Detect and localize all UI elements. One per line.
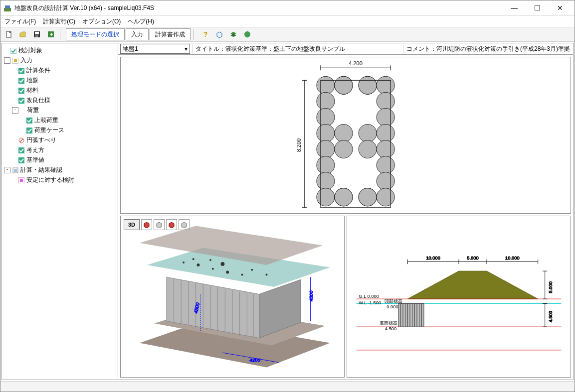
view-cube-3[interactable] — [166, 219, 177, 230]
report-tab-button[interactable]: 計算書作成 — [150, 28, 191, 40]
svg-text:5.000: 5.000 — [548, 281, 553, 293]
svg-point-45 — [377, 124, 394, 142]
export-button[interactable] — [44, 28, 57, 40]
menu-help[interactable]: ヘルプ(H) — [128, 17, 154, 26]
app-icon — [3, 4, 11, 12]
svg-point-49 — [377, 140, 394, 158]
svg-point-79 — [212, 268, 214, 270]
tree-item-load-case[interactable]: 荷重ケース — [20, 125, 117, 135]
tree-item-material[interactable]: 材料 — [12, 85, 117, 95]
main-area: 検討対象 -入力 計算条件 地盤 材料 改良仕様 -荷重 上載荷重 荷重ケース — [1, 43, 574, 380]
section-view-panel[interactable]: 10.000 5.000 10.000 G.L 0.000 — [347, 216, 571, 378]
svg-point-44 — [317, 124, 335, 142]
svg-rect-21 — [18, 157, 24, 163]
tree-root-target[interactable]: 検討対象 — [4, 45, 117, 55]
svg-point-82 — [209, 259, 211, 261]
svg-rect-5 — [35, 35, 38, 37]
svg-rect-15 — [18, 98, 24, 104]
svg-rect-27 — [20, 179, 23, 182]
title-bar: 地盤改良の設計計算 Ver.10 (x64) - sampleLiq03.F4S… — [0, 0, 575, 16]
svg-point-36 — [317, 76, 335, 94]
plan-view-panel[interactable]: 4.200 8.200 — [120, 57, 571, 214]
svg-text:10.000: 10.000 — [426, 256, 440, 261]
3d-button[interactable]: 3D — [124, 219, 140, 230]
box-icon[interactable] — [213, 28, 226, 40]
svg-rect-20 — [18, 147, 24, 153]
tree-item-stability[interactable]: 安定に対する検討 — [12, 175, 117, 185]
svg-point-83 — [221, 262, 225, 266]
3d-view-panel[interactable]: 3D — [120, 216, 345, 378]
separator — [193, 29, 196, 40]
tree-sidebar: 検討対象 -入力 計算条件 地盤 材料 改良仕様 -荷重 上載荷重 荷重ケース — [2, 43, 118, 380]
separator — [60, 29, 63, 40]
menu-calc[interactable]: 計算実行(C) — [43, 17, 75, 26]
menu-file[interactable]: ファイル(F) — [4, 17, 36, 26]
svg-text:4.500: 4.500 — [548, 311, 553, 322]
svg-text:4.200: 4.200 — [349, 60, 363, 66]
toolbar: 処理モードの選択 入力 計算書作成 ? — [0, 27, 575, 42]
svg-point-46 — [335, 124, 353, 142]
svg-text:5.000: 5.000 — [467, 256, 478, 261]
window-controls: — ☐ ✕ — [503, 0, 572, 15]
tree-item-surcharge[interactable]: 上載荷重 — [20, 115, 117, 125]
close-button[interactable]: ✕ — [549, 0, 572, 15]
svg-point-53 — [377, 156, 394, 174]
content-area: 地盤1▾ タイトル：液状化対策基準：盛土下の地盤改良サンプル コメント：河川堤防… — [118, 43, 573, 380]
3d-toolbar: 3D — [124, 219, 190, 230]
svg-text:底面標高: 底面標高 — [380, 321, 397, 326]
svg-text:W.L -1.500: W.L -1.500 — [359, 300, 381, 305]
svg-text:-4.500: -4.500 — [383, 326, 396, 331]
tree-item-load[interactable]: -荷重 上載荷重 荷重ケース — [12, 105, 117, 135]
svg-point-42 — [317, 108, 335, 126]
view-cube-1[interactable] — [141, 219, 152, 230]
layers-icon[interactable] — [227, 28, 240, 40]
svg-point-50 — [335, 140, 353, 158]
window-title: 地盤改良の設計計算 Ver.10 (x64) - sampleLiq03.F4S — [14, 4, 500, 12]
new-button[interactable] — [2, 28, 15, 40]
view-cube-2[interactable] — [154, 219, 165, 230]
svg-point-56 — [317, 188, 335, 206]
maximize-button[interactable]: ☐ — [526, 0, 549, 15]
svg-point-37 — [377, 76, 394, 94]
title-label: タイトル：液状化対策基準：盛土下の地盤改良サンプル — [192, 45, 348, 53]
svg-point-61 — [359, 76, 377, 94]
svg-point-41 — [377, 92, 394, 110]
menu-options[interactable]: オプション(O) — [82, 17, 121, 26]
tree-item-arc-slip[interactable]: 円弧すべり — [12, 135, 117, 145]
svg-point-63 — [359, 188, 377, 206]
svg-text:8.200: 8.200 — [296, 138, 302, 152]
tree-root-input[interactable]: -入力 計算条件 地盤 材料 改良仕様 -荷重 上載荷重 荷重ケース 円弧すべり — [4, 55, 117, 165]
ground-select[interactable]: 地盤1▾ — [120, 44, 190, 54]
svg-point-86 — [192, 258, 194, 260]
mode-select-button[interactable]: 処理モードの選択 — [66, 28, 125, 40]
svg-text:4200: 4200 — [249, 357, 260, 363]
save-button[interactable] — [30, 28, 43, 40]
svg-text:4500: 4500 — [309, 290, 314, 301]
open-button[interactable] — [16, 28, 29, 40]
svg-rect-9 — [10, 48, 16, 54]
chevron-down-icon: ▾ — [185, 45, 188, 52]
globe-icon[interactable] — [241, 28, 254, 40]
svg-point-77 — [183, 261, 185, 263]
tree-root-result[interactable]: -計算・結果確認 安定に対する検討 — [4, 165, 117, 185]
svg-rect-17 — [26, 128, 32, 133]
tree-item-calc-cond[interactable]: 計算条件 — [12, 65, 117, 75]
svg-point-43 — [377, 108, 394, 126]
svg-rect-11 — [14, 59, 17, 62]
svg-point-40 — [317, 92, 335, 110]
app-window: 地盤改良の設計計算 Ver.10 (x64) - sampleLiq03.F4S… — [0, 0, 575, 392]
svg-text:10.000: 10.000 — [505, 256, 520, 261]
svg-point-78 — [197, 263, 200, 266]
help-icon[interactable]: ? — [199, 28, 212, 40]
minimize-button[interactable]: — — [503, 0, 526, 15]
tree-item-standard[interactable]: 基準値 — [12, 155, 117, 165]
tree-item-ground[interactable]: 地盤 — [12, 75, 117, 85]
input-tab-button[interactable]: 入力 — [126, 28, 149, 40]
view-cube-4[interactable] — [179, 219, 190, 230]
svg-point-57 — [377, 188, 394, 206]
svg-point-81 — [241, 273, 243, 275]
svg-rect-0 — [4, 8, 11, 11]
svg-rect-1 — [5, 5, 10, 8]
tree-item-approach[interactable]: 考え方 — [12, 145, 117, 155]
tree-item-improve-spec[interactable]: 改良仕様 — [12, 95, 117, 105]
